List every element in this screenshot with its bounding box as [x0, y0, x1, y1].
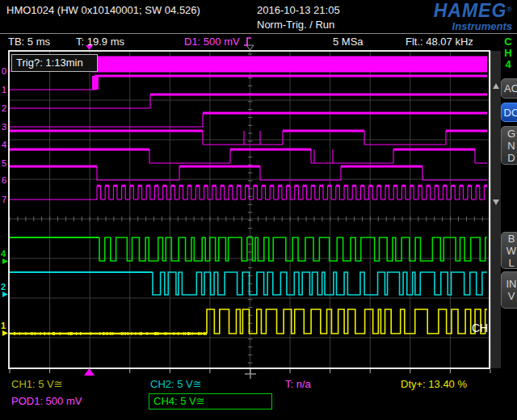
svg-text:2: 2: [2, 103, 6, 113]
bandwidth-limit-button[interactable]: BWL: [501, 232, 517, 269]
header-divider: [0, 33, 517, 34]
oscilloscope-screen: 01234567421CH HMO1024 (HW 0x10140001; SW…: [0, 0, 517, 420]
svg-text:4: 4: [1, 249, 6, 258]
channel-scrollbar[interactable]: [490, 51, 501, 368]
invert-button[interactable]: INV: [501, 271, 517, 309]
time-measure-readout: T: n/a: [285, 378, 311, 390]
sidebar-channel-label: CH4: [502, 36, 514, 70]
rising-edge-icon: [243, 36, 252, 47]
filter-frequency-readout: Flt.: 48.07 kHz: [406, 36, 473, 48]
device-model: HMO1024 (HW 0x10140001; SW 04.526): [6, 4, 200, 16]
svg-text:0: 0: [2, 66, 6, 76]
ch2-scale-readout: CH2: 5 V≅: [150, 378, 202, 390]
scroll-down-icon[interactable]: [493, 200, 499, 205]
timebase-readout: TB: 5 ms: [8, 36, 50, 48]
svg-text:5: 5: [2, 158, 6, 168]
svg-text:4: 4: [2, 140, 6, 149]
ch4-scale-readout-selected[interactable]: CH4: 5 V≅: [149, 393, 272, 410]
trigger-source-text: D1: 500 mV: [184, 36, 240, 48]
svg-text:7: 7: [2, 195, 6, 204]
trigger-source-readout: D1: 500 mV: [184, 36, 252, 48]
sample-rate-readout: 5 MSa: [333, 36, 364, 48]
coupling-ac-button[interactable]: AC: [501, 78, 517, 99]
svg-text:CH: CH: [472, 321, 488, 334]
svg-text:6: 6: [2, 175, 6, 185]
pod1-scale-readout: POD1: 500 mV: [11, 395, 82, 407]
ch1-scale-readout: CH1: 5 V≅: [11, 378, 63, 390]
svg-text:1: 1: [2, 85, 6, 94]
brand-logo: HAMEG® Instruments: [372, 2, 512, 35]
coupling-gnd-button[interactable]: GND: [501, 126, 517, 165]
svg-text:3: 3: [2, 122, 6, 132]
trigger-status-box: Trig?: 1:13min: [11, 54, 98, 72]
duty-cycle-readout: Dty+: 13.40 %: [401, 378, 467, 390]
scroll-up-icon[interactable]: [493, 83, 499, 89]
svg-text:2: 2: [1, 282, 6, 292]
trigger-mode-status: Norm-Trig. / Run: [257, 19, 334, 31]
coupling-dc-button[interactable]: DC: [501, 103, 517, 122]
time-readout: T: 19.9 ms: [76, 36, 124, 48]
registered-mark: ®: [506, 6, 512, 14]
svg-text:1: 1: [1, 321, 6, 330]
datetime: 2016-10-13 21:05: [257, 4, 340, 16]
